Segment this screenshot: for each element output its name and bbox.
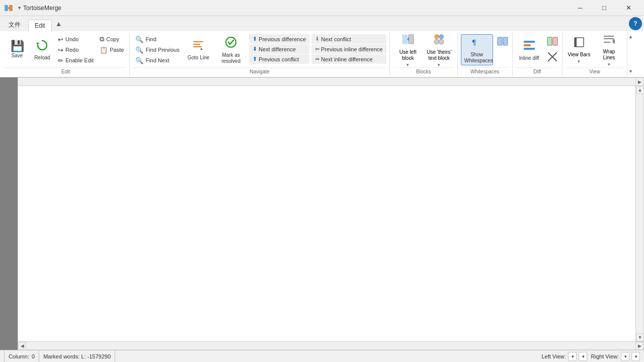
vscroll-down-button[interactable]: ▼ bbox=[636, 333, 643, 341]
diff-option-icon bbox=[546, 35, 558, 48]
app-icon bbox=[4, 4, 13, 13]
minimize-button[interactable]: ─ bbox=[569, 0, 592, 16]
show-whitespaces-label: Show Whitespaces bbox=[464, 52, 490, 64]
left-view-label: Left View: bbox=[541, 353, 566, 359]
find-button[interactable]: 🔍 Find bbox=[133, 34, 182, 44]
svg-rect-1 bbox=[9, 5, 13, 11]
diff-brush-button[interactable] bbox=[544, 50, 559, 65]
prev-diff-label: Previous difference bbox=[259, 36, 306, 42]
right-view-section: Right View: ▾ ▾ bbox=[591, 352, 640, 361]
next-diff-button[interactable]: ⬇ Next difference bbox=[249, 44, 309, 54]
wrap-lines-icon bbox=[602, 33, 615, 48]
save-button[interactable]: 💾 Save bbox=[5, 34, 29, 65]
reload-icon bbox=[36, 39, 49, 54]
redo-label: Redo bbox=[65, 47, 78, 53]
svg-rect-18 bbox=[524, 41, 535, 43]
use-theirs-text-block-button[interactable]: Use 'theirs' text block ▾ bbox=[424, 34, 454, 65]
prev-conflict-icon: ⬆ bbox=[253, 56, 257, 62]
next-inline-icon: ➡ bbox=[315, 56, 319, 62]
next-inline-button[interactable]: ➡ Next inline difference bbox=[311, 54, 386, 64]
ribbon-group-blocks: Use left block ▾ Use 'theirs' text block… bbox=[390, 32, 458, 76]
view-bars-button[interactable]: View Bars ▾ bbox=[566, 34, 593, 65]
save-icon: 💾 bbox=[11, 41, 24, 52]
svg-point-14 bbox=[439, 39, 444, 44]
find-previous-button[interactable]: 🔍 Find Previous bbox=[133, 45, 182, 55]
ribbon-collapse-button[interactable]: ▲ bbox=[53, 18, 65, 30]
prev-diff-button[interactable]: ⬆ Previous difference bbox=[249, 34, 309, 44]
vscroll-up-button[interactable]: ▲ bbox=[636, 86, 643, 94]
titlebar: ▾ TortoiseMerge ─ □ ✕ bbox=[0, 0, 644, 16]
ribbon-scroll-down-icon[interactable]: ▼ bbox=[628, 69, 633, 74]
close-button[interactable]: ✕ bbox=[617, 0, 640, 16]
ribbon-group-view: View Bars ▾ Wrap Lines ▾ View bbox=[562, 32, 628, 76]
prev-inline-label: Previous inline difference bbox=[321, 46, 383, 52]
hscroll-right-button[interactable]: ▶ bbox=[635, 342, 643, 350]
right-view-dropdown[interactable]: ▾ bbox=[621, 352, 629, 361]
editor-area[interactable]: ▶ ▲ ▼ ◀ ▶ bbox=[18, 77, 644, 350]
svg-point-11 bbox=[434, 34, 439, 39]
copy-button[interactable]: ⧉ Copy bbox=[97, 34, 126, 44]
text-content[interactable] bbox=[18, 86, 635, 341]
ribbon-group-diff: Inline diff bbox=[513, 32, 562, 76]
goto-line-icon bbox=[192, 39, 205, 54]
view-group-label: View bbox=[566, 67, 624, 76]
enable-edit-button[interactable]: ✏ Enable Edit bbox=[55, 55, 96, 65]
ribbon: 💾 Save Reload ↩ Undo bbox=[0, 31, 644, 77]
wrap-lines-button[interactable]: Wrap Lines ▾ bbox=[594, 34, 624, 65]
help-button[interactable]: ? bbox=[629, 17, 642, 30]
find-next-button[interactable]: 🔍 Find Next bbox=[133, 55, 182, 65]
reload-label: Reload bbox=[34, 55, 50, 61]
ws-option2-button[interactable] bbox=[494, 34, 509, 49]
inline-diff-button[interactable]: Inline diff bbox=[516, 34, 543, 65]
svg-rect-17 bbox=[503, 37, 508, 45]
top-scroll-right-btn[interactable]: ▶ bbox=[635, 78, 643, 86]
next-diff-label: Next difference bbox=[259, 46, 296, 52]
titlebar-chevron[interactable]: ▾ bbox=[18, 5, 21, 11]
reload-button[interactable]: Reload bbox=[30, 34, 54, 65]
undo-icon: ↩ bbox=[58, 36, 63, 43]
undo-button[interactable]: ↩ Undo bbox=[55, 34, 96, 44]
paste-label: Paste bbox=[110, 47, 124, 53]
right-view-label: Right View: bbox=[591, 353, 619, 359]
maximize-button[interactable]: □ bbox=[593, 0, 616, 16]
prev-inline-button[interactable]: ⬅ Previous inline difference bbox=[311, 44, 386, 54]
edit-small-buttons: ↩ Undo ↪ Redo ✏ Enable Edit bbox=[55, 34, 96, 65]
diff-option-button[interactable] bbox=[544, 34, 559, 49]
statusbar: Column: 0 Marked words: L: -1579290 Left… bbox=[0, 350, 644, 362]
svg-rect-0 bbox=[5, 5, 8, 11]
next-conflict-button[interactable]: ⬇ Next conflict bbox=[311, 34, 386, 44]
ribbon-scrollbar[interactable]: ▲ ▼ bbox=[627, 32, 633, 76]
show-whitespaces-icon: ¶ bbox=[470, 36, 484, 51]
left-view-dropdown2[interactable]: ▾ bbox=[579, 352, 587, 361]
editor-content: ▲ ▼ bbox=[18, 86, 643, 341]
view-bars-dropdown-arrow: ▾ bbox=[578, 59, 580, 64]
find-buttons: 🔍 Find 🔍 Find Previous 🔍 Find Next bbox=[133, 34, 182, 65]
prev-conflict-button[interactable]: ⬆ Previous conflict bbox=[249, 54, 309, 64]
hscroll-left-button[interactable]: ◀ bbox=[18, 342, 26, 350]
diff-options bbox=[544, 34, 559, 65]
goto-line-button[interactable]: Goto Line bbox=[184, 34, 213, 65]
marked-words-label: Marked words: L: -1579290 bbox=[43, 353, 111, 359]
tab-file[interactable]: 文件 bbox=[2, 18, 27, 31]
mark-resolved-button[interactable]: Mark as resolved bbox=[215, 34, 247, 65]
next-conflict-icon: ⬇ bbox=[315, 36, 319, 42]
svg-point-12 bbox=[439, 34, 444, 39]
use-theirs-text-block-dropdown-arrow: ▾ bbox=[438, 62, 440, 67]
right-view-dropdown2[interactable]: ▾ bbox=[631, 352, 640, 361]
vertical-scrollbar[interactable]: ▲ ▼ bbox=[635, 86, 643, 341]
ribbon-scroll-up-icon[interactable]: ▲ bbox=[628, 34, 633, 39]
svg-rect-24 bbox=[575, 38, 577, 47]
left-view-dropdown[interactable]: ▾ bbox=[568, 352, 577, 361]
column-label: Column: 0 bbox=[9, 353, 35, 359]
ribbon-group-diff-content: Inline diff bbox=[516, 32, 559, 67]
use-left-block-icon bbox=[401, 32, 415, 48]
paste-button[interactable]: 📋 Paste bbox=[97, 45, 126, 55]
find-icon: 🔍 bbox=[135, 36, 143, 43]
mark-resolved-icon bbox=[224, 35, 238, 51]
left-gutter bbox=[0, 77, 18, 350]
tab-edit[interactable]: Edit bbox=[28, 20, 52, 32]
redo-button[interactable]: ↪ Redo bbox=[55, 45, 96, 55]
mark-resolved-label: Mark as resolved bbox=[218, 52, 244, 64]
show-whitespaces-button[interactable]: ¶ Show Whitespaces bbox=[461, 34, 493, 65]
use-left-block-button[interactable]: Use left block ▾ bbox=[393, 34, 423, 65]
